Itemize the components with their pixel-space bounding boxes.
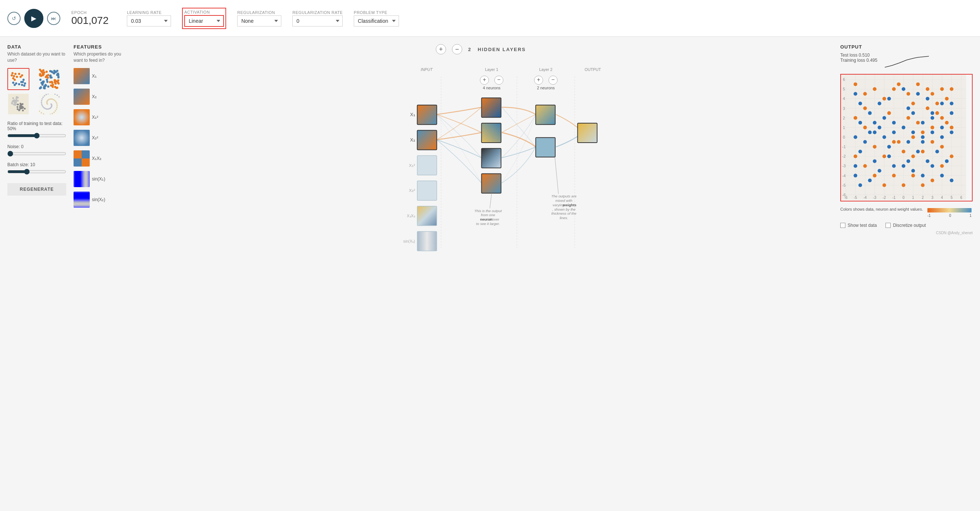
svg-text:X₁X₂: X₁X₂ [407,214,415,218]
feature-sinx1: sin(X₁) [73,171,121,187]
svg-text:−: − [497,76,501,83]
step-button[interactable]: ⏭ [47,12,60,25]
svg-text:to see it larger.: to see it larger. [476,222,500,226]
svg-text:X₁: X₁ [410,112,415,117]
network-visualization: INPUT Layer 1 Layer 2 OUTPUT + − 4 neuro… [129,60,833,504]
playback-controls: ↺ ▶ ⏭ [7,9,60,28]
main-content: DATA Which dataset do you want to use? R… [0,37,980,511]
feature-x1sq-label: X₁² [92,115,98,120]
problem-type-label: Problem type [354,10,399,15]
svg-text:X₂: X₂ [410,137,415,143]
epoch-value: 001,072 [72,15,108,27]
svg-text:Layer 2: Layer 2 [539,67,552,72]
batch-size-slider[interactable] [7,169,66,175]
feature-x1[interactable]: X₁ [73,68,121,84]
svg-line-41 [490,193,492,208]
svg-rect-35 [578,123,597,143]
features-title: FEATURES [73,44,121,50]
svg-rect-21 [417,156,437,175]
svg-rect-30 [481,123,501,143]
svg-text:Layer 1: Layer 1 [485,67,498,72]
reset-button[interactable]: ↺ [7,12,21,25]
svg-text:−: − [551,76,555,83]
feature-x2sq-label: X₂² [92,135,98,140]
regularization-group: Regularization None L1 L2 [237,10,281,27]
svg-text:X₂²: X₂² [409,188,415,193]
activation-group: Activation Linear ReLU Tanh Sigmoid [182,8,226,29]
learning-rate-label: Learning rate [127,10,171,15]
output-checkboxes: Show test data Discretize output [840,223,973,228]
training-loss: Training loss 0.495 [840,58,877,63]
header: ↺ ▶ ⏭ Epoch 001,072 Learning rate 0.03 0… [0,0,980,37]
network-svg: INPUT Layer 1 Layer 2 OUTPUT + − 4 neuro… [129,60,833,262]
batch-size-label: Batch size: 10 [7,162,66,167]
feature-x2[interactable]: X₂ [73,89,121,105]
svg-text:thickness of the: thickness of the [551,211,577,216]
feature-x1x2-label: X₁X₂ [92,156,102,161]
show-test-data-box[interactable] [840,223,845,228]
feature-x1x2: X₁X₂ [73,150,121,167]
dataset-xor[interactable] [38,68,60,90]
svg-rect-33 [536,105,555,125]
svg-text:. Hover: . Hover [488,217,500,221]
add-layer-button[interactable]: + [436,44,446,54]
learning-rate-select[interactable]: 0.03 0.01 0.1 1 [127,16,171,27]
svg-rect-31 [481,149,501,168]
svg-text:The outputs are: The outputs are [551,194,577,198]
training-ratio-group: Ratio of training to test data: 50% [7,121,66,140]
feature-x1sq: X₁² [73,109,121,125]
discretize-output-checkbox[interactable]: Discretize output [886,223,926,228]
data-panel: DATA Which dataset do you want to use? R… [7,44,66,504]
feature-sinx2: sin(X₂) [73,192,121,208]
output-panel: OUTPUT Test loss 0.510 Training loss 0.4… [840,44,973,504]
activation-select[interactable]: Linear ReLU Tanh Sigmoid [184,15,224,27]
svg-text:+: + [537,76,540,83]
show-test-data-label: Show test data [848,223,877,228]
feature-sinx2-label: sin(X₂) [92,197,105,202]
noise-group: Noise: 0 [7,144,66,158]
data-title: DATA [7,44,66,50]
noise-slider[interactable] [7,151,66,157]
dataset-gauss[interactable] [7,93,29,115]
regularization-rate-select[interactable]: 0 0.001 0.01 0.1 1 10 [292,16,343,27]
problem-type-select[interactable]: Classification Regression [354,16,399,27]
regenerate-button[interactable]: REGENERATE [7,183,66,195]
test-loss: Test loss 0.510 [840,52,877,58]
feature-x1-label: X₁ [92,73,97,79]
remove-layer-button[interactable]: − [452,44,462,54]
gradient-rect [928,208,972,213]
dataset-spiral[interactable] [38,93,60,115]
epoch-block: Epoch 001,072 [72,10,108,27]
regularization-rate-label: Regularization rate [292,10,343,15]
svg-line-49 [555,157,558,194]
dataset-clusters[interactable] [7,68,29,90]
svg-text:4 neurons: 4 neurons [483,86,501,90]
loss-values: Test loss 0.510 Training loss 0.495 [840,52,877,63]
learning-rate-group: Learning rate 0.03 0.01 0.1 1 [127,10,171,27]
data-subtitle: Which dataset do you want to use? [7,51,66,63]
regularization-select[interactable]: None L1 L2 [237,16,281,27]
loss-chart [885,52,929,71]
play-button[interactable]: ▶ [24,9,43,28]
training-ratio-slider[interactable] [7,133,66,139]
svg-text:weights: weights [563,203,577,207]
training-ratio-label: Ratio of training to test data: 50% [7,121,66,131]
feature-x2sq: X₂² [73,130,121,146]
svg-text:2 neurons: 2 neurons [537,86,555,90]
discretize-output-box[interactable] [886,223,891,228]
discretize-output-label: Discretize output [893,223,926,228]
svg-text:This is the output: This is the output [474,209,502,213]
svg-rect-23 [417,181,437,200]
svg-text:sin(X₁): sin(X₁) [403,239,415,243]
svg-text:from one: from one [481,213,495,217]
gradient-bar: -1 0 1 [928,208,972,217]
svg-text:+: + [483,76,486,83]
svg-rect-32 [481,173,501,193]
show-test-data-checkbox[interactable]: Show test data [840,223,877,228]
svg-rect-19 [417,130,437,150]
gradient-labels: -1 0 1 [928,214,972,217]
svg-rect-25 [417,206,437,226]
feature-sinx1-label: sin(X₁) [92,176,105,182]
batch-size-group: Batch size: 10 [7,162,66,176]
problem-type-group: Problem type Classification Regression [354,10,399,27]
